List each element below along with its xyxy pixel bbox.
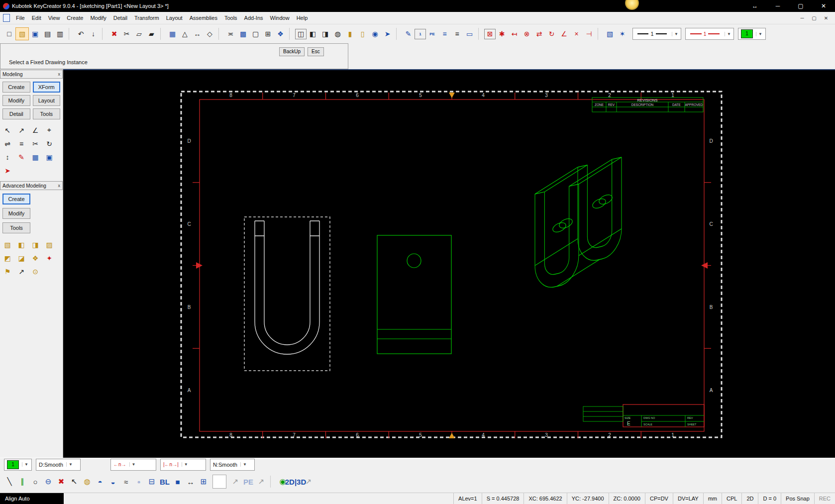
xform-dynamic-icon[interactable]: ↖ xyxy=(0,123,14,137)
zoom-window-icon[interactable]: ▢ xyxy=(249,28,262,40)
sheet-icon[interactable]: ▯ xyxy=(356,28,369,40)
xform-mirror-icon[interactable]: ⇌ xyxy=(0,137,14,150)
paste-icon[interactable]: ▰ xyxy=(145,28,158,40)
adv-boolean-icon[interactable]: ❖ xyxy=(28,251,42,265)
array-icon[interactable]: ▦ xyxy=(166,28,179,40)
snap-perp-icon[interactable]: ⊣ xyxy=(583,28,595,40)
stretch-icon[interactable]: ↔ xyxy=(191,28,204,40)
dock-icon[interactable]: ↔ xyxy=(743,0,766,12)
snap-tangent-icon[interactable]: ↻ xyxy=(545,28,558,40)
menu-view[interactable]: View xyxy=(45,13,64,23)
adv-flag-icon[interactable]: ⚑ xyxy=(0,265,14,278)
side-view[interactable] xyxy=(377,235,451,354)
adv-extrude-icon[interactable]: ◧ xyxy=(14,238,28,251)
front-view-selected[interactable] xyxy=(244,217,330,371)
drawing-viewport[interactable]: 8877665544332211DDCCBBAA REVISIONS ZONE … xyxy=(63,69,835,458)
leader-tool-icon[interactable]: ↖ xyxy=(68,475,81,488)
document-icon[interactable] xyxy=(3,14,10,22)
menu-assemblies[interactable]: Assemblies xyxy=(186,13,221,23)
chain-select-icon[interactable]: ≍ xyxy=(224,28,237,40)
n-smooth-select[interactable]: N:Smooth ▼ xyxy=(210,459,255,471)
split-tool-icon[interactable]: ⊞ xyxy=(197,475,210,488)
new-file-icon[interactable]: □ xyxy=(3,28,15,40)
menu-layout[interactable]: Layout xyxy=(163,13,186,23)
xform-paint-icon[interactable]: ✎ xyxy=(14,150,28,164)
adv-solid-add-icon[interactable]: ◩ xyxy=(0,251,14,265)
xform-rotate-icon[interactable]: ∠ xyxy=(28,123,42,137)
tab-create[interactable]: Create xyxy=(2,82,30,93)
button-modify[interactable]: Modify xyxy=(2,208,30,219)
tab-tools[interactable]: Tools xyxy=(33,108,61,119)
line-color-select[interactable]: 1 ▼ xyxy=(685,28,734,40)
import-icon[interactable]: ↓ xyxy=(87,28,100,40)
d-smooth-select[interactable]: D:Smooth ▼ xyxy=(36,459,81,471)
minimize-button[interactable]: ─ xyxy=(766,0,789,12)
menu-modify[interactable]: Modify xyxy=(87,13,109,23)
level-display-icon[interactable]: 1 xyxy=(415,29,426,39)
tab-layout[interactable]: Layout xyxy=(33,95,61,106)
snap-intersect-icon[interactable]: × xyxy=(570,28,583,40)
ellipse-blue1-icon[interactable]: ◓ xyxy=(94,475,106,488)
xform-select-icon[interactable]: ➤ xyxy=(0,164,14,177)
xform-scale-icon[interactable]: ⌖ xyxy=(42,123,56,137)
line-width-select[interactable]: 1 ▼ xyxy=(632,28,681,40)
print-preview-icon[interactable]: ▥ xyxy=(54,28,66,40)
dim-arrow-style-select[interactable]: ←n→ ▼ xyxy=(110,459,156,471)
pevue-tool-icon[interactable]: PE xyxy=(242,475,255,488)
pointer-icon[interactable]: ➤ xyxy=(381,28,394,40)
esc-button[interactable]: Esc xyxy=(308,47,324,56)
parallel-tool-icon[interactable]: ∥ xyxy=(16,475,29,488)
dim-arrow-style2-select[interactable]: |←n→| ▼ xyxy=(160,459,206,471)
level-up-icon[interactable]: ≡ xyxy=(438,28,451,40)
delete-tool-icon[interactable]: ✖ xyxy=(55,475,68,488)
maximize-button[interactable]: ▢ xyxy=(789,0,812,12)
iso-view[interactable] xyxy=(535,157,622,292)
advanced-panel-caption[interactable]: Advanced Modeling x xyxy=(0,181,63,190)
polygon-icon[interactable]: ◇ xyxy=(204,28,216,40)
delete-icon[interactable]: ✖ xyxy=(108,28,120,40)
close-button[interactable]: ✕ xyxy=(812,0,835,12)
pick-tool-icon[interactable]: ↗ xyxy=(229,475,242,488)
adv-sweep-icon[interactable]: ◨ xyxy=(28,238,42,251)
ellipse-tool-icon[interactable]: ⊖ xyxy=(42,475,55,488)
status-rec[interactable]: REC xyxy=(814,493,835,504)
xform-translate-icon[interactable]: ↗ xyxy=(14,123,28,137)
adv-draft-icon[interactable]: ✦ xyxy=(42,251,56,265)
iso-view-icon[interactable]: ◫ xyxy=(295,29,307,39)
color-select-bottom[interactable]: 1 ▼ xyxy=(4,459,32,471)
button-tools[interactable]: Tools xyxy=(2,222,30,233)
pan-icon[interactable]: ❖ xyxy=(274,28,287,40)
pick-tool3-icon[interactable]: ↗ xyxy=(302,475,315,488)
monitor-icon[interactable]: ▭ xyxy=(463,28,476,40)
adv-pick-icon[interactable]: ↗ xyxy=(14,265,28,278)
modeling-close-icon[interactable]: x xyxy=(58,72,61,77)
view-cube-icon[interactable]: ▧ xyxy=(604,28,616,40)
xform-project-icon[interactable]: ▣ xyxy=(42,150,56,164)
view-front-icon[interactable]: ◧ xyxy=(307,28,319,40)
pevue-icon[interactable]: PE xyxy=(426,28,438,40)
snap-mid-icon[interactable]: ⇄ xyxy=(533,28,545,40)
xform-break-icon[interactable]: ✂ xyxy=(28,137,42,150)
backup-button[interactable]: BackUp xyxy=(279,47,305,56)
status-snap[interactable]: Pos Snap xyxy=(781,493,814,504)
open-file-icon[interactable]: ▧ xyxy=(15,27,29,40)
circle-tool-icon[interactable]: ○ xyxy=(29,475,42,488)
mode-2d3d-icon[interactable]: 2D|3D xyxy=(289,475,302,488)
adv-solid-cut-icon[interactable]: ◪ xyxy=(14,251,28,265)
menu-help[interactable]: Help xyxy=(293,13,312,23)
snap-origin-icon[interactable]: ⊠ xyxy=(484,29,496,39)
adv-mesh-icon[interactable]: ▨ xyxy=(42,238,56,251)
adv-block-icon[interactable]: ▧ xyxy=(0,238,14,251)
mdi-minimize-button[interactable]: ─ xyxy=(796,15,808,21)
menu-tools[interactable]: Tools xyxy=(221,13,241,23)
snap-end-icon[interactable]: ↤ xyxy=(508,28,521,40)
menu-file[interactable]: File xyxy=(12,13,28,23)
rect-tool-icon[interactable]: ▫ xyxy=(132,475,145,488)
bl-tool-icon[interactable]: BL xyxy=(158,475,171,488)
mdi-close-button[interactable]: ✕ xyxy=(820,15,832,21)
zoom-extents-icon[interactable]: ⊞ xyxy=(262,28,274,40)
ellipse-blue2-icon[interactable]: ◒ xyxy=(106,475,119,488)
sketch-icon[interactable]: ✎ xyxy=(402,28,415,40)
extrude-icon[interactable]: ▮ xyxy=(344,28,356,40)
drawing-canvas[interactable]: 8877665544332211DDCCBBAA REVISIONS ZONE … xyxy=(63,70,835,459)
